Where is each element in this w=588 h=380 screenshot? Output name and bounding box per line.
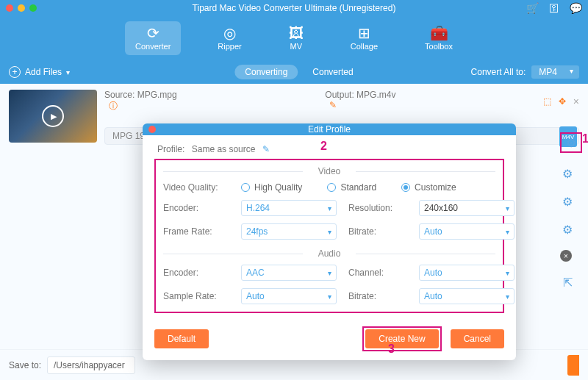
audio-encoder-select[interactable]: AAC [241, 265, 337, 281]
nav-label: Ripper [218, 42, 241, 51]
video-framerate-select[interactable]: 24fps [241, 223, 337, 240]
nav-mv[interactable]: 🖼 MV [279, 21, 314, 55]
default-button[interactable]: Default [154, 329, 209, 348]
profile-line: Profile: Same as source ✎ [157, 144, 504, 154]
convert-button-edge[interactable] [567, 355, 579, 376]
side-toolbar: ⚙ 1 ⚙ ⚙ ⚙ × ⇱ [560, 132, 582, 290]
radio-customize[interactable]: Customize [401, 182, 456, 193]
tab-converting[interactable]: Converting [234, 65, 298, 79]
secondary-toolbar: + Add Files ▾ Converting Converted Conve… [0, 60, 588, 84]
video-resolution-select[interactable]: 240x160 [419, 200, 514, 216]
pencil-icon[interactable]: ✎ [262, 144, 270, 154]
video-encoder-select[interactable]: H.264 [241, 200, 337, 216]
gear-icon[interactable]: ⚙ [560, 222, 575, 237]
edit-profile-modal: Edit Profile Profile: Same as source ✎ V… [143, 123, 516, 360]
titlebar: Tipard Mac Video Converter Ultimate (Unr… [0, 0, 588, 16]
nav-toolbox[interactable]: 🧰 Toolbox [415, 21, 463, 55]
export-icon[interactable]: ⇱ [560, 275, 575, 290]
refresh-icon: ⟳ [147, 26, 159, 40]
zoom-window[interactable] [29, 4, 37, 12]
play-icon: ▶ [51, 112, 57, 121]
video-bitrate-label: Bitrate: [348, 226, 407, 237]
add-files-label: Add Files [25, 67, 62, 77]
audio-samplerate-select[interactable]: Auto [241, 288, 337, 304]
feedback-icon[interactable]: 💬 [570, 2, 582, 14]
output-value: MPG.m4v [356, 90, 395, 100]
close-icon[interactable]: × [560, 250, 572, 262]
annotation-1: 1 [582, 132, 588, 146]
target-icon: ◎ [223, 26, 236, 40]
remove-item-icon[interactable]: × [573, 96, 579, 107]
create-new-button[interactable]: Create New [365, 329, 438, 348]
source-output-line: Source: MPG.mpg ⓘ Output: MPG.m4v ✎ ⬚ ✥ … [104, 90, 579, 112]
audio-samplerate-label: Sample Rate: [163, 291, 229, 301]
modal-close-dot[interactable] [148, 126, 156, 133]
nav-ripper[interactable]: ◎ Ripper [207, 21, 251, 55]
source-label: Source: [104, 90, 135, 100]
minimize-window[interactable] [18, 4, 25, 12]
video-section-header: Video [163, 166, 495, 176]
convert-all-to-label: Convert All to: [471, 67, 526, 77]
key-icon[interactable]: ⚿ [549, 2, 559, 14]
close-window[interactable] [6, 4, 13, 12]
dropdown-value: Auto [424, 291, 442, 301]
tab-converted[interactable]: Converted [312, 67, 353, 77]
traffic-lights [6, 4, 37, 12]
save-path-field[interactable]: /Users/ihappyacer [47, 356, 135, 374]
nav-converter[interactable]: ⟳ Converter [125, 21, 181, 55]
dropdown-value: Auto [424, 268, 442, 278]
audio-channel-label: Channel: [348, 268, 407, 278]
chevron-down-icon: ▾ [66, 68, 70, 76]
annotation-2: 2 [320, 140, 327, 153]
info-icon[interactable]: ⓘ [109, 101, 118, 111]
output-format-select[interactable]: MP4 [531, 65, 579, 79]
nav-label: Collage [351, 42, 378, 51]
audio-bitrate-select[interactable]: Auto [419, 288, 514, 304]
radio-label: Customize [415, 182, 456, 193]
dropdown-value: 24fps [246, 226, 268, 237]
video-quality-label: Video Quality: [163, 182, 229, 193]
nav-label: Toolbox [425, 42, 453, 51]
profile-value: Same as source [192, 144, 256, 154]
enhance-icon[interactable]: ✥ [559, 96, 566, 107]
video-framerate-label: Frame Rate: [163, 226, 229, 237]
clip-row-text: MPG 19 [112, 131, 145, 141]
gear-icon[interactable]: ⚙ [560, 166, 575, 181]
top-nav: ⟳ Converter ◎ Ripper 🖼 MV ⊞ Collage 🧰 To… [0, 16, 588, 60]
gear-icon[interactable]: ⚙ [564, 135, 578, 150]
add-files-button[interactable]: + Add Files ▾ [9, 66, 70, 78]
audio-channel-select[interactable]: Auto [419, 265, 514, 281]
radio-high-quality[interactable]: High Quality [241, 182, 302, 193]
window-title: Tipard Mac Video Converter Ultimate (Unr… [193, 3, 396, 13]
dropdown-value: 240x160 [424, 203, 458, 213]
radio-standard[interactable]: Standard [327, 182, 376, 193]
image-icon: 🖼 [289, 26, 304, 40]
modal-titlebar: Edit Profile [143, 123, 516, 135]
video-thumbnail[interactable]: ▶ [9, 90, 97, 143]
video-encoder-label: Encoder: [163, 203, 229, 213]
audio-bitrate-label: Bitrate: [348, 291, 407, 301]
toolbox-icon: 🧰 [430, 26, 448, 40]
video-bitrate-select[interactable]: Auto [419, 223, 514, 240]
edit-output-icon[interactable]: ✎ [329, 100, 337, 110]
grid-icon: ⊞ [358, 26, 370, 40]
source-value: MPG.mpg [137, 90, 177, 100]
save-to-label: Save to: [9, 360, 41, 370]
radio-label: High Quality [254, 182, 302, 193]
modal-title: Edit Profile [308, 124, 351, 135]
nav-collage[interactable]: ⊞ Collage [340, 21, 388, 55]
audio-section-header: Audio [163, 248, 495, 259]
profile-label: Profile: [157, 144, 184, 154]
nav-label: Converter [135, 42, 171, 51]
dropdown-value: Auto [424, 226, 442, 237]
output-label: Output: [325, 90, 354, 100]
compress-icon[interactable]: ⬚ [543, 96, 551, 107]
radio-label: Standard [340, 182, 376, 193]
cart-icon[interactable]: 🛒 [526, 2, 539, 14]
dropdown-value: H.264 [246, 203, 270, 213]
audio-encoder-label: Encoder: [163, 268, 229, 278]
gear-icon[interactable]: ⚙ [560, 194, 575, 209]
annotation-3: 3 [388, 343, 395, 356]
dropdown-value: Auto [246, 291, 265, 301]
cancel-button[interactable]: Cancel [451, 329, 504, 348]
